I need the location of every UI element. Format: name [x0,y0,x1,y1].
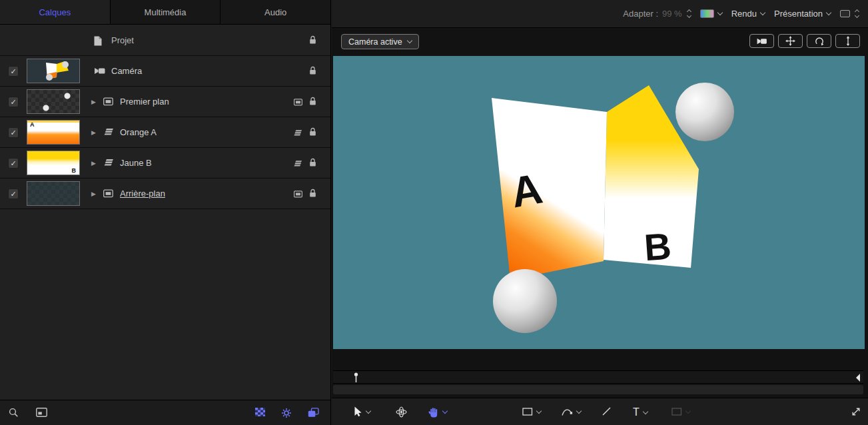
camera-popup-label: Caméra active [348,37,402,47]
layout-stepper-icon[interactable] [855,10,859,17]
gear-icon[interactable] [281,408,292,420]
layer-name[interactable]: Jaune B [120,158,152,168]
disclosure-triangle-icon[interactable]: ▶ [91,99,96,105]
text-tool[interactable]: T [633,406,648,418]
group-badge-icon[interactable] [294,190,302,200]
select-tool[interactable] [354,406,370,417]
scene: A B [333,56,865,349]
tab-multimedia[interactable]: Multimédia [111,0,221,24]
group-badge-icon[interactable] [294,98,302,108]
tab-multimedia-label: Multimédia [145,7,187,17]
lock-icon[interactable] [309,66,316,77]
window-layout-control[interactable] [840,10,859,17]
layer-name[interactable]: Projet [111,35,134,45]
tab-audio[interactable]: Audio [220,0,330,24]
disclosure-triangle-icon[interactable]: ▶ [91,160,96,167]
camera-view-button[interactable] [749,34,774,48]
text-tool-label: T [633,406,640,418]
visibility-checkbox[interactable]: ✓ [8,97,19,107]
zoom-label: Adapter : [623,9,658,19]
layer-row-premier-plan[interactable]: ✓ ▶ Premier plan [0,87,330,117]
orbit-3d-tool[interactable] [396,406,407,418]
check-icon: ✓ [10,99,16,106]
camera-view-tools [749,34,860,48]
layer-row-orange-a[interactable]: ✓ A ▶ Orange A [0,117,330,148]
mask-rectangle-icon [671,406,682,417]
lock-icon[interactable] [309,127,316,139]
line-icon [602,406,612,416]
layer-name[interactable]: Arrière-plan [120,189,165,199]
layer-name[interactable]: Premier plan [120,97,169,107]
play-range-start-marker-icon[interactable] [353,372,359,385]
camera-popup-button[interactable]: Caméra active [341,34,419,49]
orbit-view-button[interactable] [807,34,831,48]
canvas-viewport[interactable]: A B [333,56,865,349]
zoom-value: 99 % [662,9,682,19]
layer-row-camera[interactable]: ✓ Caméra [0,56,330,87]
color-swatch-dropdown[interactable] [700,9,722,18]
thumb-letter: B [72,167,77,174]
mask-tool-disabled[interactable] [671,406,690,417]
disclosure-triangle-icon[interactable]: ▶ [91,191,96,197]
orbit-arrow-icon [815,37,824,46]
dolly-arrows-icon [845,36,851,46]
lock-icon[interactable] [309,97,316,108]
sphere-bottom-object[interactable] [493,269,557,333]
chevron-down-icon [685,408,691,413]
panels-icon[interactable] [308,408,319,420]
visibility-checkbox[interactable]: ✓ [8,189,19,199]
panel-tabs: Calques Multimédia Audio [0,0,330,25]
chevron-down-icon [826,10,831,15]
layer-thumbnail [27,181,80,206]
zoom-stepper-icon[interactable] [687,10,691,17]
camera-icon [756,37,767,45]
bezier-tool[interactable] [562,406,581,417]
chevron-down-icon [643,408,648,414]
transparency-checkerboard-icon[interactable] [255,408,265,418]
layer-badge-icon[interactable] [293,159,302,169]
pan-hand-tool[interactable] [428,406,447,418]
lock-icon[interactable] [309,35,316,47]
layer-row-projet[interactable]: Projet [0,25,330,56]
layer-row-jaune-b[interactable]: ✓ B ▶ Jaune B [0,148,330,179]
timeline-scrollbar[interactable] [333,385,863,394]
dolly-view-button[interactable] [835,34,860,48]
layer-name[interactable]: Orange A [120,127,157,137]
line-tool[interactable] [602,406,612,416]
check-icon: ✓ [10,191,16,198]
sphere-top-object[interactable] [675,83,734,141]
lock-icon[interactable] [309,158,316,169]
visibility-checkbox[interactable]: ✓ [8,127,19,138]
plane-a-object[interactable] [492,98,607,280]
preview-column-icon[interactable] [36,408,47,419]
layer-row-arriere-plan[interactable]: ✓ ▶ Arrière-plan [0,179,330,209]
layer-name[interactable]: Caméra [111,66,142,76]
zoom-control[interactable]: Adapter : 99 % [623,9,690,19]
play-range-bar[interactable] [333,370,863,384]
layer-thumbnail [27,89,80,114]
check-icon: ✓ [10,129,16,137]
lock-icon[interactable] [309,189,316,200]
camera-icon [94,67,105,77]
search-icon[interactable] [9,408,19,420]
layer-thumbnail [27,59,80,83]
tab-calques-label: Calques [39,7,71,17]
group-icon [103,97,113,108]
visibility-checkbox[interactable]: ✓ [8,158,19,169]
pan-view-button[interactable] [778,34,803,48]
render-menu-label: Rendu [731,9,757,19]
canvas-tools-bar: T [332,398,868,425]
view-menu[interactable]: Présentation [774,9,831,19]
chevron-down-icon [406,38,412,43]
layers-panel-footer [0,400,330,425]
play-range-end-marker-icon[interactable] [855,373,861,384]
resize-handle[interactable] [851,406,861,417]
rectangle-tool[interactable] [522,406,541,417]
project-document-icon [94,36,102,48]
render-menu[interactable]: Rendu [731,9,765,19]
frame-icon [840,10,850,17]
visibility-checkbox[interactable]: ✓ [8,66,19,77]
layer-badge-icon[interactable] [293,129,302,139]
disclosure-triangle-icon[interactable]: ▶ [91,129,96,136]
tab-calques[interactable]: Calques [0,0,111,24]
